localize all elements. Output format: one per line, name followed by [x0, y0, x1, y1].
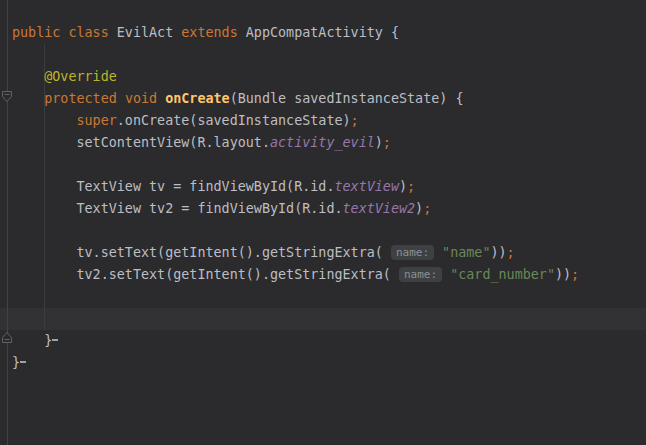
code-token: ) [375, 135, 383, 150]
code-token: ) [399, 179, 407, 194]
code-line [12, 154, 646, 176]
code-token: .onCreate(savedInstanceState) [117, 113, 351, 128]
code-token: } [12, 355, 20, 370]
code-token [12, 113, 77, 128]
code-token: protected [44, 91, 117, 106]
code-line: TextView tv = findViewById(R.id.textView… [12, 176, 646, 198]
code-token [434, 245, 442, 260]
code-token: ; [351, 113, 359, 128]
code-line [12, 220, 646, 242]
code-token [442, 267, 450, 282]
code-line: } [12, 352, 646, 374]
code-editor[interactable]: public class EvilAct extends AppCompatAc… [0, 0, 646, 445]
code-line: tv.setText(getIntent().getStringExtra( n… [12, 242, 646, 264]
code-token [52, 339, 58, 341]
code-token [117, 91, 125, 106]
code-token: ; [571, 267, 579, 282]
code-token: textView2 [343, 201, 416, 216]
code-token: TextView tv = findViewById(R.id. [12, 179, 334, 194]
code-token [157, 91, 165, 106]
code-token: class [68, 25, 108, 40]
code-token [12, 69, 44, 84]
code-line [12, 286, 646, 308]
code-line: super.onCreate(savedInstanceState); [12, 110, 646, 132]
code-token: @Override [44, 69, 117, 84]
code-token: (Bundle savedInstanceState) { [230, 91, 464, 106]
code-token: ; [407, 179, 415, 194]
code-token: extends [181, 25, 237, 40]
code-token: EvilAct [109, 25, 182, 40]
code-token: AppCompatActivity { [238, 25, 399, 40]
code-token: } [12, 333, 52, 348]
code-token: TextView tv2 = findViewById(R.id. [12, 201, 343, 216]
code-token: public [12, 25, 60, 40]
code-token: super [77, 113, 117, 128]
gutter-fold-line [7, 0, 8, 445]
code-line [12, 308, 646, 330]
code-token: )) [490, 245, 506, 260]
code-line: setContentView(R.layout.activity_evil); [12, 132, 646, 154]
code-area[interactable]: public class EvilAct extends AppCompatAc… [12, 22, 646, 374]
code-line: public class EvilAct extends AppCompatAc… [12, 22, 646, 44]
code-token [20, 361, 26, 363]
code-token: onCreate [165, 91, 230, 106]
code-token: tv2.setText(getIntent().getStringExtra( [12, 267, 399, 282]
code-token: ) [415, 201, 423, 216]
code-token: setContentView(R.layout. [12, 135, 270, 150]
code-token: ; [383, 135, 391, 150]
code-token: "name" [442, 245, 490, 260]
code-token: tv.setText(getIntent().getStringExtra( [12, 245, 391, 260]
code-token: ; [507, 245, 515, 260]
code-token: textView [334, 179, 399, 194]
code-token: )) [555, 267, 571, 282]
code-token: ; [423, 201, 431, 216]
code-line: @Override [12, 66, 646, 88]
parameter-hint-pill: name: [391, 245, 434, 260]
code-line: tv2.setText(getIntent().getStringExtra( … [12, 264, 646, 286]
code-line: } [12, 330, 646, 352]
code-token: activity_evil [270, 135, 375, 150]
code-line: protected void onCreate(Bundle savedInst… [12, 88, 646, 110]
code-line: TextView tv2 = findViewById(R.id.textVie… [12, 198, 646, 220]
code-line [12, 44, 646, 66]
code-token: void [125, 91, 157, 106]
parameter-hint-pill: name: [399, 267, 442, 282]
code-token: "card_number" [450, 267, 555, 282]
code-token [12, 91, 44, 106]
